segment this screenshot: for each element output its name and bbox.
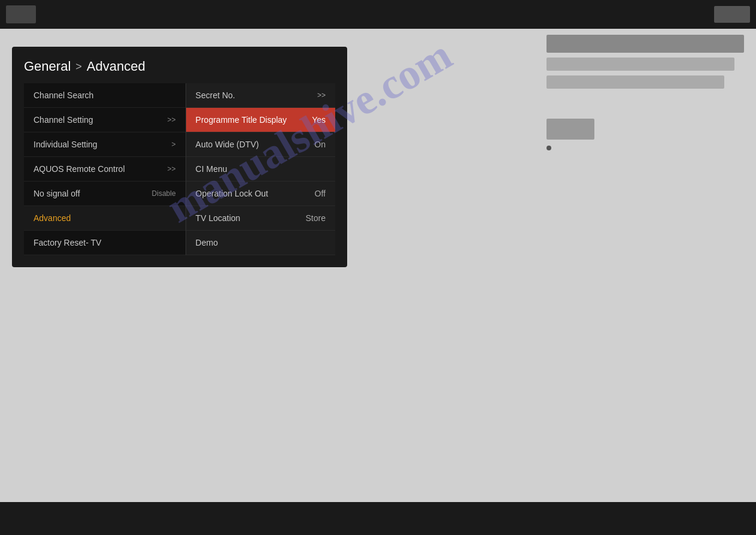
right-sidebar (535, 29, 756, 502)
left-menu-label-factory-reset: Factory Reset- TV (34, 238, 101, 247)
menu-layout: Channel Search Channel Setting >> Indivi… (24, 83, 335, 255)
breadcrumb: General > Advanced (24, 59, 335, 74)
submenu-label-operation-lock-out: Operation Lock Out (196, 189, 268, 198)
left-menu: Channel Search Channel Setting >> Indivi… (24, 83, 186, 255)
sidebar-small-rect (546, 119, 594, 140)
submenu-label-secret-no: Secret No. (196, 90, 235, 100)
no-signal-off-value: Disable (152, 189, 176, 198)
submenu-label-programme-title-display: Programme Title Display (196, 115, 287, 125)
right-submenu: Secret No. >> Programme Title Display Ye… (186, 83, 335, 255)
left-menu-item-aquos-remote-control[interactable]: AQUOS Remote Control >> (24, 157, 186, 182)
left-menu-label-aquos-remote-control: AQUOS Remote Control (34, 164, 125, 174)
left-menu-label-individual-setting: Individual Setting (34, 140, 98, 149)
left-area: General > Advanced Channel Search Channe… (0, 29, 535, 502)
tv-menu-container: General > Advanced Channel Search Channe… (12, 47, 347, 267)
breadcrumb-separator: > (75, 61, 82, 73)
submenu-item-ci-menu[interactable]: CI Menu (186, 157, 335, 182)
sidebar-dot (546, 146, 551, 150)
channel-setting-arrow: >> (168, 116, 176, 124)
submenu-item-programme-title-display[interactable]: Programme Title Display Yes (186, 108, 335, 132)
top-bar-button[interactable] (714, 6, 750, 23)
sidebar-bar-2 (546, 58, 734, 71)
left-menu-label-channel-setting: Channel Setting (34, 115, 93, 125)
breadcrumb-advanced: Advanced (87, 59, 145, 74)
auto-wide-value: On (314, 140, 326, 149)
submenu-label-demo: Demo (196, 238, 218, 247)
left-menu-label-channel-search: Channel Search (34, 90, 93, 100)
tv-location-value: Store (306, 213, 326, 223)
left-menu-item-individual-setting[interactable]: Individual Setting > (24, 132, 186, 157)
programme-title-display-value: Yes (312, 115, 326, 125)
submenu-label-ci-menu: CI Menu (196, 164, 227, 174)
left-menu-item-no-signal-off[interactable]: No signal off Disable (24, 182, 186, 206)
bottom-bar (0, 502, 756, 535)
sidebar-bar-3 (546, 75, 724, 89)
sidebar-bar-1 (546, 35, 744, 53)
left-menu-item-channel-search[interactable]: Channel Search (24, 83, 186, 108)
left-menu-label-advanced: Advanced (34, 213, 71, 223)
top-bar (0, 0, 756, 29)
submenu-item-demo[interactable]: Demo (186, 231, 335, 255)
secret-no-arrow: >> (317, 91, 326, 99)
operation-lock-out-value: Off (315, 189, 326, 198)
breadcrumb-general: General (24, 59, 71, 74)
aquos-remote-arrow: >> (168, 165, 176, 173)
submenu-item-tv-location[interactable]: TV Location Store (186, 206, 335, 231)
left-menu-item-factory-reset[interactable]: Factory Reset- TV (24, 231, 186, 255)
main-content: General > Advanced Channel Search Channe… (0, 29, 756, 502)
submenu-label-auto-wide: Auto Wide (DTV) (196, 140, 259, 149)
left-menu-item-advanced[interactable]: Advanced (24, 206, 186, 231)
submenu-item-auto-wide[interactable]: Auto Wide (DTV) On (186, 132, 335, 157)
submenu-label-tv-location: TV Location (196, 213, 241, 223)
individual-setting-arrow: > (172, 140, 176, 149)
submenu-item-operation-lock-out[interactable]: Operation Lock Out Off (186, 182, 335, 206)
left-menu-item-channel-setting[interactable]: Channel Setting >> (24, 108, 186, 132)
logo (6, 5, 36, 23)
submenu-item-secret-no[interactable]: Secret No. >> (186, 83, 335, 108)
left-menu-label-no-signal-off: No signal off (34, 189, 80, 198)
